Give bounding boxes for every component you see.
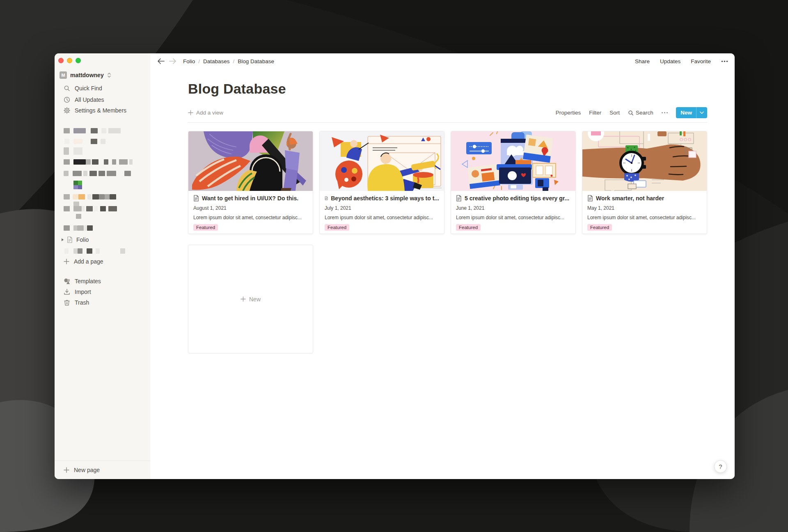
help-button[interactable]: ? [714, 460, 727, 473]
redacted-block [73, 139, 82, 144]
redacted-block [91, 139, 97, 144]
page-icon [325, 195, 328, 202]
redacted-block [73, 128, 86, 133]
share-button[interactable]: Share [635, 58, 650, 64]
sidebar-item-settings-members[interactable]: Settings & Members [55, 105, 150, 116]
redacted-block [73, 206, 82, 211]
sidebar-item-label: Quick Find [75, 85, 102, 92]
card-want-to-get-hired[interactable]: Want to get hired in UI/UX? Do this. Aug… [188, 131, 313, 234]
redacted-block [76, 214, 81, 219]
fullscreen-window-button[interactable] [76, 58, 81, 63]
sidebar-item-quick-find[interactable]: Quick Find [55, 83, 150, 94]
page-icon [456, 195, 462, 202]
sidebar-item-folio[interactable]: Folio [55, 234, 150, 245]
page-content: Blog Database Add a view Properties Filt… [150, 69, 735, 479]
redacted-block [64, 206, 70, 211]
chevron-down-icon[interactable] [696, 107, 707, 118]
redacted-block [112, 159, 116, 165]
workspace-switcher[interactable]: M mattdowney [55, 70, 150, 80]
breadcrumb-separator: / [198, 58, 200, 64]
breadcrumb-item-databases[interactable]: Databases [203, 58, 230, 64]
redacted-block [84, 225, 87, 231]
redacted-block [64, 225, 70, 231]
featured-tag: Featured [193, 224, 218, 231]
sidebar-item-label: Import [75, 289, 91, 295]
plus-icon [64, 467, 69, 473]
notion-window: M mattdowney Quick Find All Updates [55, 53, 735, 479]
card-title: Want to get hired in UI/UX? Do this. [202, 195, 298, 202]
redacted-block [104, 159, 108, 165]
minimize-window-button[interactable] [67, 58, 72, 63]
plus-icon [64, 259, 69, 264]
sidebar-item-trash[interactable]: Trash [55, 297, 150, 308]
card-illustration [582, 131, 707, 191]
view-controls: Properties Filter Sort Search Ne [553, 107, 707, 118]
redacted-block [105, 194, 110, 200]
forward-arrow-icon[interactable] [169, 58, 176, 64]
view-more-button[interactable] [659, 111, 671, 115]
redacted-block [73, 248, 78, 254]
card-illustration [451, 131, 575, 191]
sidebar-new-page-button[interactable]: New page [55, 461, 150, 479]
filter-button[interactable]: Filter [586, 108, 604, 117]
workspace-avatar: M [60, 71, 67, 79]
card-beyond-aesthetics[interactable]: Beyond aesthetics: 3 simple ways to t...… [319, 131, 444, 234]
properties-button[interactable]: Properties [553, 108, 584, 117]
redacted-block [91, 128, 98, 133]
sidebar-item-label: Templates [75, 278, 101, 284]
card-illustration [320, 131, 444, 191]
sidebar-item-templates[interactable]: Templates [55, 276, 150, 287]
new-card-button[interactable]: New [188, 245, 313, 353]
redacted-block [83, 171, 87, 176]
breadcrumb-item-blog-database[interactable]: Blog Database [238, 58, 274, 64]
redacted-block [73, 147, 82, 155]
redacted-block [100, 206, 106, 211]
breadcrumb-separator: / [233, 58, 235, 64]
new-record-button[interactable]: New [676, 107, 707, 118]
redacted-block [64, 194, 70, 200]
plus-icon [241, 296, 246, 302]
close-window-button[interactable] [58, 58, 64, 63]
search-icon [64, 85, 70, 92]
card-photo-editing-tips[interactable]: 5 creative photo editing tips every gr..… [451, 131, 576, 234]
redacted-block [73, 159, 86, 165]
redacted-block [92, 159, 98, 165]
sidebar-add-a-page[interactable]: Add a page [55, 256, 150, 267]
redacted-block [89, 171, 97, 176]
add-view-button[interactable]: Add a view [188, 110, 223, 116]
redacted-block [101, 128, 106, 133]
card-excerpt: Lorem ipsum dolor sit amet, consectetur … [193, 215, 308, 220]
card-date: May 1, 2021 [587, 205, 702, 211]
card-excerpt: Lorem ipsum dolor sit amet, consectetur … [456, 215, 570, 220]
redacted-block [108, 206, 117, 211]
import-icon [64, 289, 70, 295]
gear-icon [64, 107, 70, 114]
card-date: July 1, 2021 [325, 205, 439, 211]
redacted-page-emoji [73, 181, 82, 189]
redacted-block [64, 171, 69, 176]
expand-triangle-icon[interactable] [60, 238, 64, 242]
page-icon [587, 195, 593, 202]
redacted-block [99, 194, 105, 200]
more-icon[interactable] [721, 60, 728, 62]
sort-button[interactable]: Sort [607, 108, 622, 117]
updates-button[interactable]: Updates [660, 58, 680, 64]
redacted-block [82, 206, 85, 211]
redacted-block [64, 128, 70, 133]
redacted-block [107, 171, 116, 176]
search-button[interactable]: Search [625, 108, 656, 117]
breadcrumb-item-folio[interactable]: Folio [183, 58, 195, 64]
redacted-block [96, 248, 100, 254]
card-title: Beyond aesthetics: 3 simple ways to t... [331, 195, 439, 202]
card-excerpt: Lorem ipsum dolor sit amet, consectetur … [587, 215, 702, 220]
redacted-block [129, 159, 133, 165]
redacted-block [98, 171, 105, 176]
sidebar-item-label: Folio [76, 236, 89, 243]
clock-icon [64, 96, 70, 103]
favorite-button[interactable]: Favorite [691, 58, 711, 64]
sidebar-item-all-updates[interactable]: All Updates [55, 94, 150, 105]
card-work-smarter[interactable]: Work smarter, not harder May 1, 2021 Lor… [582, 131, 707, 234]
back-arrow-icon[interactable] [157, 58, 165, 64]
sidebar-item-import[interactable]: Import [55, 287, 150, 297]
featured-tag: Featured [325, 224, 349, 231]
